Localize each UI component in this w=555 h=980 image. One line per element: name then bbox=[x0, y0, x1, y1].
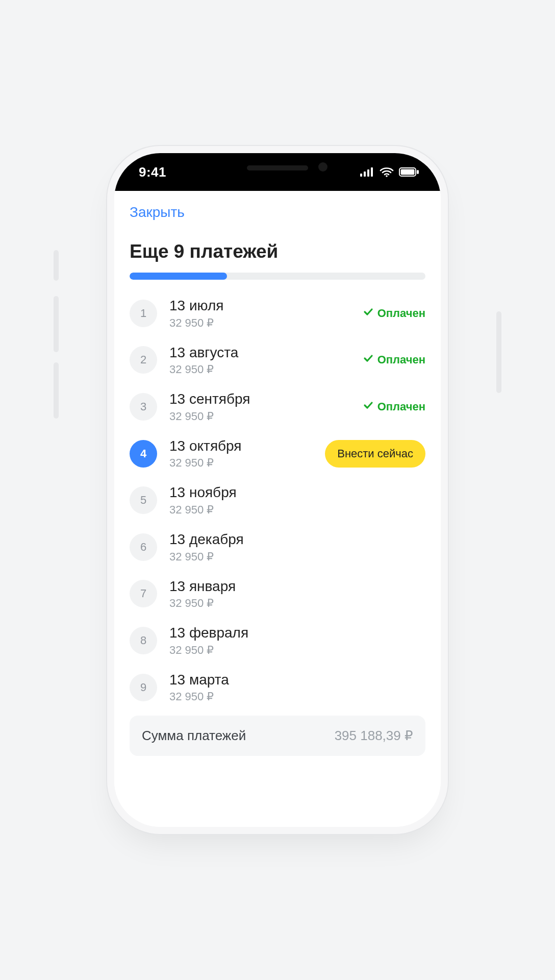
status-paid: Оплачен bbox=[363, 307, 425, 320]
status-paid: Оплачен bbox=[363, 353, 425, 366]
svg-rect-0 bbox=[360, 174, 362, 177]
payment-amount: 32 950 ₽ bbox=[169, 410, 351, 423]
nav-bar: Закрыть bbox=[114, 191, 441, 224]
status-paid-label: Оплачен bbox=[377, 307, 425, 320]
payment-date: 13 июля bbox=[169, 297, 351, 314]
payment-info: 13 ноября32 950 ₽ bbox=[169, 484, 425, 517]
page-title: Еще 9 платежей bbox=[114, 224, 441, 273]
phone-side-button bbox=[54, 250, 59, 281]
phone-frame: 9:41 Закрыть Еще 9 платежей bbox=[114, 153, 441, 827]
payment-row: 613 декабря32 950 ₽ bbox=[130, 524, 425, 571]
phone-side-button bbox=[54, 362, 59, 419]
payment-index: 2 bbox=[130, 346, 157, 374]
cellular-icon bbox=[360, 167, 374, 177]
payment-index: 1 bbox=[130, 300, 157, 327]
payment-index: 3 bbox=[130, 393, 157, 421]
screen: Закрыть Еще 9 платежей 113 июля32 950 ₽О… bbox=[114, 191, 441, 827]
phone-side-button bbox=[54, 296, 59, 352]
wifi-icon bbox=[380, 167, 394, 177]
payment-amount: 32 950 ₽ bbox=[169, 456, 313, 470]
payment-row: 813 февраля32 950 ₽ bbox=[130, 617, 425, 664]
check-icon bbox=[363, 307, 373, 320]
payment-index: 5 bbox=[130, 486, 157, 514]
stage: 9:41 Закрыть Еще 9 платежей bbox=[66, 112, 489, 868]
payment-amount: 32 950 ₽ bbox=[169, 550, 425, 564]
payment-info: 13 июля32 950 ₽ bbox=[169, 297, 351, 330]
payment-info: 13 февраля32 950 ₽ bbox=[169, 624, 425, 657]
payment-date: 13 марта bbox=[169, 671, 425, 689]
payment-row: 113 июля32 950 ₽Оплачен bbox=[130, 290, 425, 337]
payment-amount: 32 950 ₽ bbox=[169, 363, 351, 376]
check-icon bbox=[363, 400, 373, 413]
payments-list: 113 июля32 950 ₽Оплачен213 августа32 950… bbox=[114, 287, 441, 710]
payment-date: 13 августа bbox=[169, 344, 351, 361]
payment-amount: 32 950 ₽ bbox=[169, 644, 425, 657]
payment-date: 13 февраля bbox=[169, 624, 425, 642]
summary-card: Сумма платежей 395 188,39 ₽ bbox=[130, 716, 425, 756]
payment-index: 9 bbox=[130, 674, 157, 701]
svg-rect-2 bbox=[367, 169, 369, 177]
payment-row: 413 октября32 950 ₽Внести сейчас bbox=[130, 430, 425, 477]
payment-info: 13 октября32 950 ₽ bbox=[169, 437, 313, 470]
payment-date: 13 января bbox=[169, 578, 425, 595]
phone-side-button bbox=[496, 311, 501, 393]
payment-date: 13 декабря bbox=[169, 531, 425, 548]
svg-rect-3 bbox=[371, 167, 373, 177]
payment-amount: 32 950 ₽ bbox=[169, 316, 351, 330]
status-paid: Оплачен bbox=[363, 400, 425, 413]
payment-row: 213 августа32 950 ₽Оплачен bbox=[130, 337, 425, 384]
payment-index: 8 bbox=[130, 627, 157, 654]
payment-index: 4 bbox=[130, 440, 157, 468]
phone-notch bbox=[201, 153, 354, 185]
svg-rect-7 bbox=[417, 170, 419, 174]
payment-row: 713 января32 950 ₽ bbox=[130, 571, 425, 618]
status-bar: 9:41 bbox=[114, 153, 441, 191]
payment-info: 13 декабря32 950 ₽ bbox=[169, 531, 425, 564]
close-button[interactable]: Закрыть bbox=[130, 204, 185, 220]
payment-index: 6 bbox=[130, 533, 157, 561]
summary-label: Сумма платежей bbox=[142, 728, 246, 744]
payment-info: 13 сентября32 950 ₽ bbox=[169, 390, 351, 423]
summary-value: 395 188,39 ₽ bbox=[335, 728, 413, 744]
payment-row: 313 сентября32 950 ₽Оплачен bbox=[130, 383, 425, 430]
payment-row: 913 марта32 950 ₽ bbox=[130, 664, 425, 711]
payment-amount: 32 950 ₽ bbox=[169, 597, 425, 610]
payment-date: 13 октября bbox=[169, 437, 313, 455]
payment-row: 513 ноября32 950 ₽ bbox=[130, 477, 425, 524]
payment-amount: 32 950 ₽ bbox=[169, 690, 425, 703]
status-paid-label: Оплачен bbox=[377, 353, 425, 366]
payment-info: 13 марта32 950 ₽ bbox=[169, 671, 425, 704]
svg-point-4 bbox=[386, 175, 388, 177]
status-icons bbox=[360, 167, 419, 177]
payment-amount: 32 950 ₽ bbox=[169, 503, 425, 517]
progress-bar bbox=[114, 273, 441, 287]
svg-rect-1 bbox=[364, 172, 366, 177]
payment-date: 13 сентября bbox=[169, 390, 351, 408]
payment-info: 13 января32 950 ₽ bbox=[169, 578, 425, 610]
payment-index: 7 bbox=[130, 580, 157, 607]
status-paid-label: Оплачен bbox=[377, 400, 425, 413]
payment-info: 13 августа32 950 ₽ bbox=[169, 344, 351, 377]
pay-now-button[interactable]: Внести сейчас bbox=[325, 440, 425, 468]
progress-fill bbox=[130, 273, 227, 280]
svg-rect-6 bbox=[401, 169, 415, 175]
check-icon bbox=[363, 353, 373, 366]
status-time: 9:41 bbox=[139, 164, 166, 180]
payment-date: 13 ноября bbox=[169, 484, 425, 501]
battery-icon bbox=[399, 167, 419, 177]
